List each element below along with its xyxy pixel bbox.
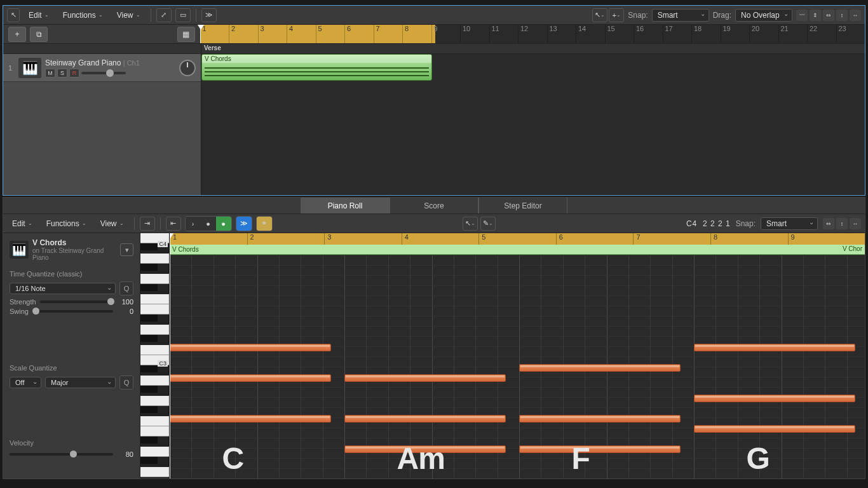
inspector-toggle-button[interactable]: ▾ xyxy=(120,243,133,256)
track-name: Steinway Grand Piano xyxy=(45,58,121,67)
midi-note[interactable] xyxy=(519,415,681,423)
catch-icon[interactable]: ≫ xyxy=(201,8,217,22)
editor-hzoom-slider-icon[interactable]: ↔ xyxy=(850,218,861,229)
instrument-icon[interactable]: 🎹 xyxy=(18,58,41,78)
playhead[interactable] xyxy=(200,25,201,43)
swing-slider[interactable] xyxy=(32,310,113,313)
tab-piano-roll[interactable]: Piano Roll xyxy=(301,198,390,214)
show-hide-icon[interactable]: ⇤ xyxy=(166,217,181,231)
arrange-ruler[interactable]: 1234567891011121314151617181920212223 xyxy=(200,25,865,43)
velocity-slider[interactable] xyxy=(10,453,113,456)
link-icon[interactable]: ▭ xyxy=(175,8,191,22)
auto-zoom-icon[interactable]: ⤢ xyxy=(156,8,172,22)
ruler-bar: 4 xyxy=(287,25,316,43)
drag-label: Drag: xyxy=(713,11,731,20)
editor-pointer-tool-icon[interactable]: ↖⌄ xyxy=(463,217,478,231)
piano-roll-playhead[interactable] xyxy=(170,233,170,478)
midi-note[interactable] xyxy=(170,344,331,351)
collapse-icon[interactable]: ⇥ xyxy=(140,217,155,231)
strength-slider[interactable] xyxy=(40,301,113,303)
piano-roll-region-strip[interactable]: V Chords V Chor xyxy=(170,245,865,255)
ruler-bar: 23 xyxy=(836,25,865,43)
quantize-button[interactable]: Q xyxy=(119,281,133,295)
tab-score[interactable]: Score xyxy=(390,198,478,214)
swing-label: Swing xyxy=(10,308,29,315)
inspector-track-label: on Track Steinway Grand Piano xyxy=(32,247,116,261)
roll-ruler-bar: 2 xyxy=(247,233,325,245)
link-pill[interactable]: ⚭ xyxy=(256,216,273,231)
midi-note[interactable] xyxy=(519,445,681,453)
ruler-bar: 8 xyxy=(402,25,431,43)
inspector-instrument-icon: 🎹 xyxy=(10,241,29,259)
add-track-button[interactable]: + xyxy=(8,27,26,42)
global-tracks-button[interactable]: ▦ xyxy=(177,27,195,42)
scale-root-dropdown[interactable]: Off xyxy=(10,377,41,388)
ruler-bar: 11 xyxy=(489,25,519,43)
midi-note[interactable] xyxy=(344,374,506,382)
chord-label: Am xyxy=(397,441,445,476)
velocity-label: Velocity xyxy=(10,439,133,447)
midi-note[interactable] xyxy=(519,364,681,372)
midi-in-pill[interactable]: ›●● xyxy=(185,216,232,231)
roll-ruler-bar: 1 xyxy=(170,233,247,245)
ruler-bar: 20 xyxy=(749,25,778,43)
midi-note[interactable] xyxy=(694,425,855,433)
functions-menu[interactable]: Functions⌄ xyxy=(58,8,108,22)
piano-keyboard[interactable]: C4C3 xyxy=(140,233,170,478)
ruler-bar: 13 xyxy=(547,25,576,43)
editor-snap-dropdown[interactable]: Smart xyxy=(761,217,818,230)
waveform-zoom-icon[interactable]: 〰 xyxy=(796,10,808,21)
drag-dropdown[interactable]: No Overlap xyxy=(735,9,792,22)
edit-menu[interactable]: Edit⌄ xyxy=(24,8,54,22)
editor-functions-menu[interactable]: Functions⌄ xyxy=(41,217,92,231)
back-icon[interactable]: ↖ xyxy=(7,8,20,22)
chord-label: G xyxy=(747,441,770,476)
tab-step-editor[interactable]: Step Editor xyxy=(478,198,567,214)
midi-note[interactable] xyxy=(170,415,331,423)
volume-slider[interactable] xyxy=(81,72,126,74)
editor-view-menu[interactable]: View⌄ xyxy=(95,217,129,231)
hzoom-icon[interactable]: ⇔ xyxy=(823,10,834,21)
zoom-v-slider-icon[interactable]: ↕ xyxy=(836,10,848,21)
editor-vzoom-slider-icon[interactable]: ↕ xyxy=(836,218,848,229)
scale-type-dropdown[interactable]: Major xyxy=(45,377,116,388)
ruler-bar: 7 xyxy=(374,25,403,43)
time-quantize-dropdown[interactable]: 1/16 Note xyxy=(10,283,116,294)
midi-note[interactable] xyxy=(694,395,855,402)
editor-pencil-tool-icon[interactable]: ✎⌄ xyxy=(480,217,496,231)
roll-ruler-bar: 6 xyxy=(556,233,634,245)
key-label-c4: C4 xyxy=(158,241,168,247)
pointer-tool-icon[interactable]: ↖⌄ xyxy=(592,8,607,22)
editor-edit-menu[interactable]: Edit⌄ xyxy=(7,217,37,231)
view-menu[interactable]: View⌄ xyxy=(112,8,146,22)
ruler-bar: 18 xyxy=(691,25,721,43)
ruler-bar: 2 xyxy=(229,25,258,43)
pan-knob[interactable] xyxy=(179,60,196,76)
duplicate-track-button[interactable]: ⧉ xyxy=(30,27,48,42)
solo-button[interactable]: S xyxy=(57,69,67,78)
inspector-region-name: V Chords xyxy=(32,238,116,247)
time-quantize-label: Time Quantize (classic) xyxy=(10,270,133,278)
editor-hzoom-icon[interactable]: ⇔ xyxy=(823,218,834,229)
swing-value: 0 xyxy=(117,308,133,315)
midi-note[interactable] xyxy=(694,344,855,351)
mute-button[interactable]: M xyxy=(45,69,55,78)
ruler-bar: 9 xyxy=(431,25,461,43)
scale-quantize-button[interactable]: Q xyxy=(119,376,133,390)
roll-ruler-bar: 3 xyxy=(324,233,402,245)
midi-note[interactable] xyxy=(344,415,506,423)
piano-roll-ruler[interactable]: 123456789 xyxy=(170,233,865,245)
zoom-h-slider-icon[interactable]: ↔ xyxy=(850,10,861,21)
alt-tool-icon[interactable]: +⌄ xyxy=(609,8,624,22)
track-row[interactable]: 1 🎹 Steinway Grand Piano | Ch1 M S R xyxy=(3,54,201,82)
catch-pill[interactable]: ≫ xyxy=(236,216,252,231)
ruler-bar: 6 xyxy=(344,25,374,43)
snap-dropdown[interactable]: Smart xyxy=(652,9,709,22)
midi-note[interactable] xyxy=(170,374,331,382)
marker-verse[interactable]: Verse xyxy=(204,44,221,51)
midi-region[interactable]: V Chords xyxy=(201,54,432,81)
marker-strip xyxy=(3,44,201,54)
vzoom-icon[interactable]: ⇕ xyxy=(810,10,821,21)
record-enable-button[interactable]: R xyxy=(69,69,79,78)
track-channel: | Ch1 xyxy=(123,59,140,67)
